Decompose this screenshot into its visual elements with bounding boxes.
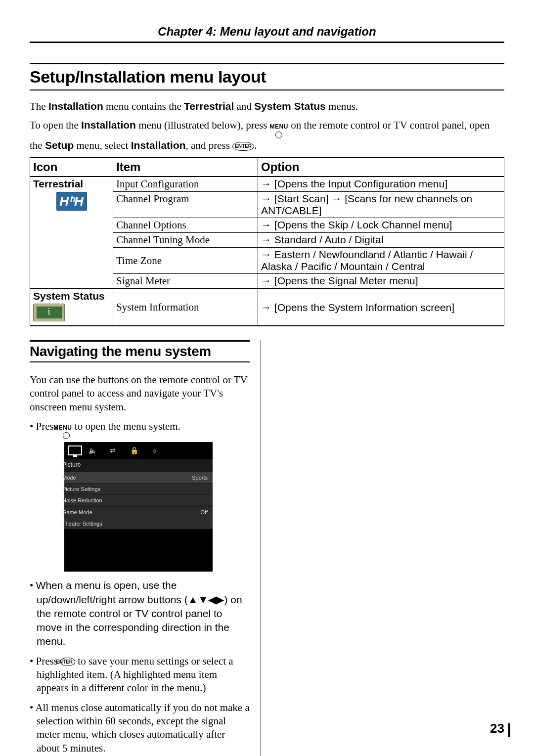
menu-label: MENU: [270, 123, 288, 130]
icon-cell-system-status: System Status i: [30, 289, 113, 326]
text: All menus close automatically if you do …: [35, 702, 249, 754]
osd-tab-settings-icon: ☼: [151, 445, 165, 456]
system-status-label: System Status: [33, 290, 110, 302]
osd-row: Game Mode Off: [64, 506, 213, 518]
section1-title: Setup/Installation menu layout: [30, 67, 504, 87]
osd-row-value: Sports: [199, 474, 208, 481]
enter-button-icon: ENTER: [60, 658, 75, 666]
section2-rule-top: [30, 340, 250, 342]
page: Chapter 4: Menu layout and navigation Se…: [0, 0, 534, 756]
text: menu contains the: [103, 100, 184, 112]
text: menu, select: [74, 139, 131, 151]
item-cell: Channel Program: [113, 192, 258, 218]
two-column-area: Navigating the menu system You can use t…: [30, 340, 504, 756]
text: To open the: [30, 119, 81, 131]
chapter-rule: [30, 42, 504, 43]
section2-title: Navigating the menu system: [30, 344, 250, 359]
item-cell: Channel Tuning Mode: [113, 233, 258, 248]
bold-installation: Installation: [48, 100, 103, 112]
item-cell: System Information: [113, 289, 258, 326]
intro-line-2: To open the Installation menu (illustrat…: [30, 118, 504, 152]
column-divider: [261, 340, 261, 756]
list-item: All menus close automatically if you do …: [30, 701, 250, 755]
page-edge-bar: [508, 723, 510, 737]
osd-tab-lock-icon: 🔒: [131, 445, 144, 456]
page-number: 23: [490, 721, 504, 736]
osd-row: Mode Sports: [64, 472, 213, 483]
option-cell: → [Opens the Input Configuration menu]: [258, 177, 504, 192]
th-item: Item: [113, 158, 258, 177]
item-cell: Channel Options: [113, 218, 258, 233]
text: The: [30, 100, 48, 112]
option-cell: → Standard / Auto / Digital: [258, 233, 504, 248]
info-icon: i: [33, 304, 65, 321]
left-column: Navigating the menu system You can use t…: [30, 340, 261, 756]
osd-header: Picture: [64, 459, 213, 472]
text: When a menu is open, use the up/down/lef…: [36, 579, 242, 647]
th-option: Option: [258, 158, 504, 177]
item-cell: Input Configuration: [113, 177, 258, 192]
osd-row: Noise Reduction: [64, 494, 213, 506]
osd-tab-picture-icon: [68, 445, 82, 456]
osd-row-label: Game Mode: [69, 509, 92, 516]
option-cell: → [Opens the System Information screen]: [258, 289, 504, 326]
osd-row-label: Mode: [69, 474, 76, 481]
icon-cell-terrestrial: Terrestrial HʰH: [30, 177, 113, 289]
option-cell: → [Opens the Skip / Lock Channel menu]: [258, 218, 504, 233]
bold-installation: Installation: [131, 139, 186, 151]
text: .: [254, 139, 257, 151]
enter-button-icon: ENTER: [232, 142, 254, 151]
osd-row: Picture Settings: [64, 483, 213, 494]
bold-setup: Setup: [45, 139, 74, 151]
text: and: [234, 100, 254, 112]
option-cell: → [Opens the Signal Meter menu]: [258, 274, 504, 289]
table-row: System Status i System Information → [Op…: [30, 289, 504, 326]
menu-label: MENU: [53, 424, 72, 431]
th-icon: Icon: [30, 158, 113, 177]
text: menus.: [326, 100, 358, 112]
table-header-row: Icon Item Option: [30, 158, 504, 177]
section2-rule-bot: [30, 361, 250, 362]
terrestrial-label: Terrestrial: [33, 178, 110, 190]
section1-rule-bot: [30, 89, 504, 90]
bold-system-status: System Status: [254, 100, 326, 112]
text: to open the menu system.: [72, 420, 180, 432]
osd-tab-setup-icon: ⇄: [110, 445, 124, 456]
osd-screenshot: 🔈 ⇄ 🔒 ☼ Picture Mode Sports Picture Sett…: [64, 442, 213, 572]
chapter-title: Chapter 4: Menu layout and navigation: [30, 25, 504, 39]
osd-padding: [64, 529, 213, 572]
osd-row-label: Picture Settings: [69, 486, 100, 492]
osd-row-label: Noise Reduction: [69, 497, 102, 504]
text: , and press: [186, 139, 232, 151]
bold-terrestrial: Terrestrial: [184, 100, 234, 112]
option-cell: → [Start Scan] → [Scans for new channels…: [258, 192, 504, 218]
table-row: Terrestrial HʰH Input Configuration → [O…: [30, 177, 504, 192]
item-cell: Signal Meter: [113, 274, 258, 289]
section1-rule-top: [30, 63, 504, 64]
osd-tab-bar: 🔈 ⇄ 🔒 ☼: [64, 442, 213, 459]
osd-row-label: Theater Settings: [69, 520, 102, 527]
menu-button-icon: MENU: [270, 118, 288, 138]
menu-layout-table: Icon Item Option Terrestrial HʰH Input C…: [30, 157, 504, 326]
item-cell: Time Zone: [113, 248, 258, 274]
intro-line-1: The Installation menu contains the Terre…: [30, 99, 504, 113]
osd-row: Theater Settings: [64, 518, 213, 529]
bullet-list: Press MENU to open the menu system. 🔈 ⇄ …: [30, 420, 250, 756]
list-item: Press MENU to open the menu system. 🔈 ⇄ …: [30, 420, 250, 572]
bold-installation: Installation: [81, 119, 136, 131]
menu-button-icon: MENU: [60, 420, 72, 439]
osd-tab-audio-icon: 🔈: [89, 445, 103, 456]
section2-intro: You can use the buttons on the remote co…: [30, 373, 250, 414]
option-cell: → Eastern / Newfoundland / Atlantic / Ha…: [258, 248, 504, 274]
text: menu (illustrated below), press: [136, 119, 270, 131]
list-item: When a menu is open, use the up/down/lef…: [30, 578, 250, 648]
terrestrial-icon: HʰH: [56, 192, 87, 211]
list-item: Press ENTER to save your menu settings o…: [30, 655, 250, 695]
